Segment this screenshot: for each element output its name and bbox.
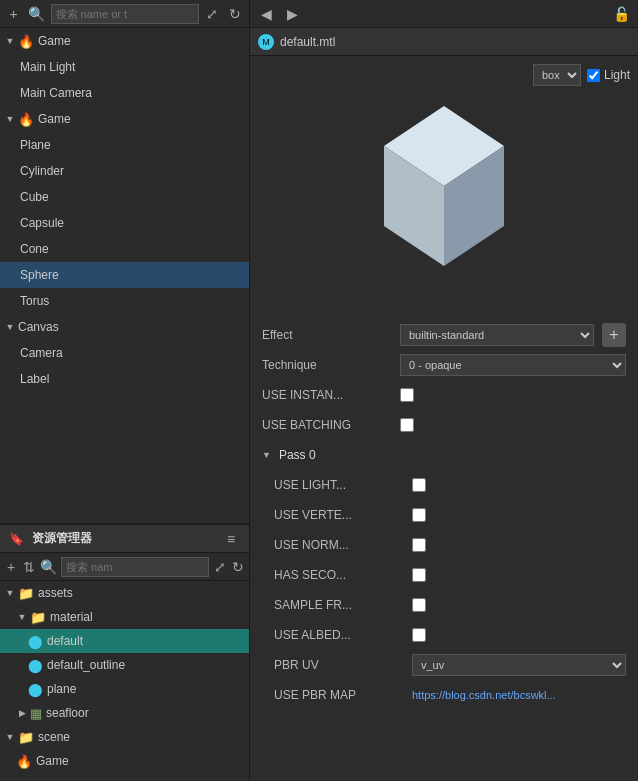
asset-search-input[interactable] bbox=[61, 557, 209, 577]
effect-row: Effect builtin-standard + bbox=[250, 320, 638, 350]
use-pbr-map-row: USE PBR MAP https://blog.csdn.net/bcswkl… bbox=[250, 680, 638, 710]
has-seco-row: HAS SECO... bbox=[250, 560, 638, 590]
use-verte-label: USE VERTE... bbox=[274, 508, 404, 522]
tree-label: Main Light bbox=[20, 60, 75, 74]
asset-item-plane[interactable]: ⬤ plane bbox=[0, 677, 249, 701]
asset-label: plane bbox=[47, 682, 76, 696]
right-panel: ◀ ▶ 🔓 M default.mtl box Light bbox=[250, 0, 638, 781]
tree-label: Plane bbox=[20, 138, 51, 152]
asset-item-assets[interactable]: ▼ 📁 assets bbox=[0, 581, 249, 605]
asset-label: material bbox=[50, 610, 93, 624]
asset-header: 🔖 资源管理器 ≡ bbox=[0, 525, 249, 553]
asset-panel: 🔖 资源管理器 ≡ + ⇅ 🔍 ⤢ ↻ ▼ 📁 assets ▼ 📁 mater… bbox=[0, 523, 249, 781]
asset-item-scene[interactable]: ▼ 📁 scene bbox=[0, 725, 249, 749]
sample-fr-checkbox[interactable] bbox=[412, 598, 426, 612]
asset-item-game-scene[interactable]: 🔥 Game bbox=[0, 749, 249, 773]
tree-label: Game bbox=[38, 112, 71, 126]
tree-item-cylinder[interactable]: Cylinder bbox=[0, 158, 249, 184]
asset-item-seafloor[interactable]: ▶ ▦ seafloor bbox=[0, 701, 249, 725]
top-toolbar: + 🔍 ⤢ ↻ bbox=[0, 0, 249, 28]
shape-select[interactable]: box bbox=[533, 64, 581, 86]
asset-menu-button[interactable]: ≡ bbox=[221, 529, 241, 549]
has-seco-label: HAS SECO... bbox=[274, 568, 404, 582]
use-albed-row: USE ALBED... bbox=[250, 620, 638, 650]
effect-select[interactable]: builtin-standard bbox=[400, 324, 594, 346]
tree-item-main-camera[interactable]: Main Camera bbox=[0, 80, 249, 106]
technique-row: Technique 0 - opaque bbox=[250, 350, 638, 380]
tree-item-cone[interactable]: Cone bbox=[0, 236, 249, 262]
tree-item-camera[interactable]: Camera bbox=[0, 340, 249, 366]
tree-label: Sphere bbox=[20, 268, 59, 282]
tree-item-sphere[interactable]: Sphere bbox=[0, 262, 249, 288]
effect-label: Effect bbox=[262, 328, 392, 342]
effect-add-button[interactable]: + bbox=[602, 323, 626, 347]
asset-label: Game bbox=[36, 754, 69, 768]
has-seco-checkbox[interactable] bbox=[412, 568, 426, 582]
asset-search-button[interactable]: 🔍 bbox=[40, 557, 57, 577]
asset-label: scene bbox=[38, 730, 70, 744]
use-verte-checkbox[interactable] bbox=[412, 508, 426, 522]
light-label: Light bbox=[604, 68, 630, 82]
scene-tree: ▼ 🔥 Game Main Light Main Camera ▼ 🔥 Game… bbox=[0, 28, 249, 523]
use-norm-row: USE NORM... bbox=[250, 530, 638, 560]
use-verte-row: USE VERTE... bbox=[250, 500, 638, 530]
tree-item-capsule[interactable]: Capsule bbox=[0, 210, 249, 236]
fire-icon: 🔥 bbox=[16, 753, 32, 769]
use-pbr-map-label: USE PBR MAP bbox=[274, 688, 404, 702]
tree-label: Cube bbox=[20, 190, 49, 204]
asset-sort-button[interactable]: ⇅ bbox=[22, 557, 36, 577]
use-light-checkbox[interactable] bbox=[412, 478, 426, 492]
asset-label: assets bbox=[38, 586, 73, 600]
technique-select[interactable]: 0 - opaque bbox=[400, 354, 626, 376]
asset-refresh-button[interactable]: ↻ bbox=[231, 557, 245, 577]
pass-section-header[interactable]: ▼ Pass 0 bbox=[250, 440, 638, 470]
asset-collapse-button[interactable]: ⤢ bbox=[213, 557, 227, 577]
tree-label: Cone bbox=[20, 242, 49, 256]
tree-item-plane[interactable]: Plane bbox=[0, 132, 249, 158]
pbr-uv-label: PBR UV bbox=[274, 658, 404, 672]
tree-item-game-sub[interactable]: ▼ 🔥 Game bbox=[0, 106, 249, 132]
use-norm-checkbox[interactable] bbox=[412, 538, 426, 552]
nav-back-button[interactable]: ◀ bbox=[256, 4, 276, 24]
asset-label: default_outline bbox=[47, 658, 125, 672]
tree-item-game-root[interactable]: ▼ 🔥 Game bbox=[0, 28, 249, 54]
asset-add-button[interactable]: + bbox=[4, 557, 18, 577]
asset-item-material[interactable]: ▼ 📁 material bbox=[0, 605, 249, 629]
search-input[interactable] bbox=[51, 4, 199, 24]
preview-controls: box Light bbox=[533, 64, 630, 86]
expand-arrow: ▼ bbox=[4, 113, 16, 125]
tree-item-label[interactable]: Label bbox=[0, 366, 249, 392]
expand-arrow: ▼ bbox=[4, 587, 16, 599]
asset-item-default-outline[interactable]: ⬤ default_outline bbox=[0, 653, 249, 677]
use-light-label: USE LIGHT... bbox=[274, 478, 404, 492]
material-icon: ⬤ bbox=[28, 682, 43, 697]
search-button[interactable]: 🔍 bbox=[27, 4, 46, 24]
sample-fr-row: SAMPLE FR... bbox=[250, 590, 638, 620]
tree-item-torus[interactable]: Torus bbox=[0, 288, 249, 314]
pbr-uv-select[interactable]: v_uv bbox=[412, 654, 626, 676]
pass-label: Pass 0 bbox=[279, 448, 316, 462]
tree-label: Cylinder bbox=[20, 164, 64, 178]
sample-fr-label: SAMPLE FR... bbox=[274, 598, 404, 612]
add-node-button[interactable]: + bbox=[4, 4, 23, 24]
material-icon: ⬤ bbox=[28, 658, 43, 673]
use-instancing-checkbox[interactable] bbox=[400, 388, 414, 402]
asset-item-default[interactable]: ⬤ default bbox=[0, 629, 249, 653]
use-albed-checkbox[interactable] bbox=[412, 628, 426, 642]
use-batching-checkbox[interactable] bbox=[400, 418, 414, 432]
fire-icon: 🔥 bbox=[18, 33, 34, 49]
tree-item-cube[interactable]: Cube bbox=[0, 184, 249, 210]
tree-item-main-light[interactable]: Main Light bbox=[0, 54, 249, 80]
texture-icon: ▦ bbox=[30, 706, 42, 721]
nav-forward-button[interactable]: ▶ bbox=[282, 4, 302, 24]
light-checkbox[interactable] bbox=[587, 69, 600, 82]
lock-button[interactable]: 🔓 bbox=[610, 3, 632, 25]
refresh-button[interactable]: ↻ bbox=[226, 4, 245, 24]
asset-tree: ▼ 📁 assets ▼ 📁 material ⬤ default ⬤ defa… bbox=[0, 581, 249, 781]
light-toggle: Light bbox=[587, 68, 630, 82]
collapse-button[interactable]: ⤢ bbox=[203, 4, 222, 24]
tree-label: Game bbox=[38, 34, 71, 48]
tree-label: Canvas bbox=[18, 320, 59, 334]
use-norm-label: USE NORM... bbox=[274, 538, 404, 552]
tree-item-canvas[interactable]: ▼ Canvas bbox=[0, 314, 249, 340]
